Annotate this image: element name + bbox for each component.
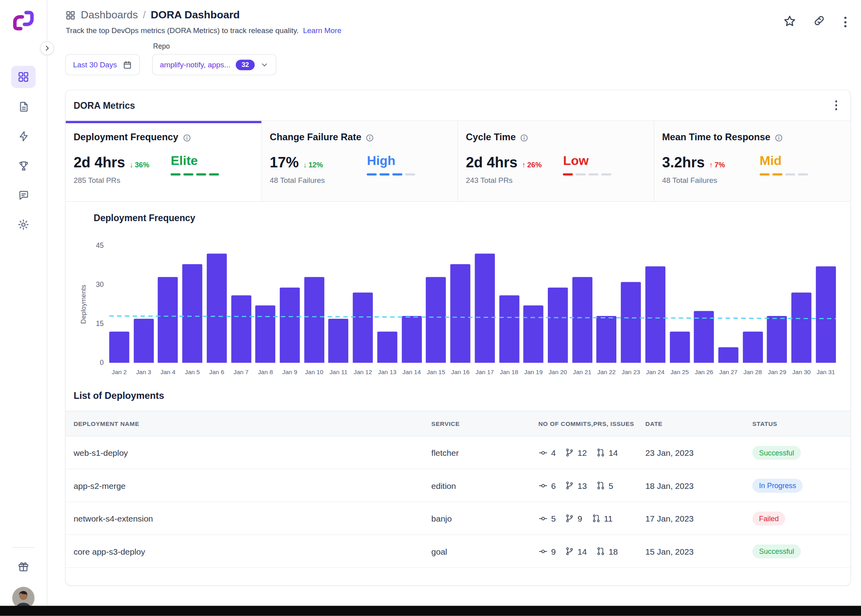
- deployments-body: web-s1-deploy fletcher 4 12 14 23 Jan, 2…: [66, 436, 850, 568]
- metric-delta: ↑26%: [522, 161, 542, 169]
- tab-change-failure-rate[interactable]: Change Failure Rate 17% ↓12% 48 Total Fa…: [262, 121, 458, 201]
- bar-jan-9[interactable]: [280, 288, 300, 363]
- info-icon[interactable]: [366, 133, 374, 142]
- rating-meter: [563, 173, 612, 176]
- bar-jan-8[interactable]: [255, 305, 275, 363]
- bar-jan-23[interactable]: [621, 282, 641, 363]
- x-axis-tick-label: Jan 24: [645, 369, 665, 375]
- bar-jan-19[interactable]: [524, 305, 543, 363]
- bar-jan-27[interactable]: [718, 347, 738, 363]
- x-axis-tick-label: Jan 4: [158, 369, 178, 375]
- x-axis-tick-label: Jan 12: [353, 369, 373, 375]
- metric-value-text: 2d 4hrs: [74, 154, 125, 171]
- bar-jan-6[interactable]: [207, 253, 227, 363]
- info-icon[interactable]: [183, 133, 191, 142]
- bar-jan-11[interactable]: [328, 319, 348, 363]
- status-badge: Failed: [752, 511, 785, 525]
- bar-jan-22[interactable]: [596, 316, 616, 363]
- repo-select[interactable]: amplify-notify, apps... 32: [152, 54, 277, 75]
- bar-jan-15[interactable]: [426, 277, 446, 363]
- rating-label: Low: [563, 154, 612, 168]
- chart-title: Deployment Frequency: [94, 213, 850, 224]
- card-more-menu-icon[interactable]: [833, 98, 839, 113]
- page-more-menu-icon[interactable]: [842, 14, 849, 29]
- bar-jan-4[interactable]: [158, 277, 178, 363]
- col-date: DATE: [645, 420, 753, 427]
- commits-count: 5: [538, 514, 556, 523]
- issues-count: 11: [592, 514, 613, 523]
- bar-jan-20[interactable]: [548, 288, 568, 363]
- tab-deployment-frequency[interactable]: Deployment Frequency 2d 4hrs ↓36% 285 To…: [66, 121, 262, 201]
- bar-jan-21[interactable]: [572, 277, 592, 363]
- deployment-name-cell: web-s1-deploy: [74, 448, 431, 457]
- bar-jan-14[interactable]: [402, 316, 422, 363]
- bar-jan-26[interactable]: [694, 311, 714, 363]
- rating-meter: [759, 173, 808, 176]
- bar-jan-31[interactable]: [816, 267, 836, 363]
- bar-jan-28[interactable]: [743, 332, 763, 363]
- bar-jan-12[interactable]: [353, 292, 373, 363]
- gear-icon: [17, 218, 29, 231]
- table-row[interactable]: app-s2-merge edition 6 13 5 18 Jan, 2023…: [66, 469, 850, 502]
- app-logo[interactable]: [11, 8, 36, 33]
- commits-count: 4: [538, 448, 556, 457]
- dora-dashboard-page: Dashboards / DORA Dashboard Track the to…: [0, 0, 861, 616]
- favorite-star-icon[interactable]: [783, 14, 796, 28]
- bar-jan-13[interactable]: [377, 332, 397, 363]
- main-content: Dashboards / DORA Dashboard Track the to…: [47, 0, 861, 616]
- bar-jan-24[interactable]: [645, 267, 665, 363]
- table-row[interactable]: web-s1-deploy fletcher 4 12 14 23 Jan, 2…: [66, 436, 850, 469]
- chat-icon: [18, 189, 29, 201]
- chevron-down-icon: [260, 61, 269, 69]
- metric-delta: ↑7%: [709, 161, 725, 169]
- bar-jan-29[interactable]: [767, 316, 787, 363]
- status-badge: Successful: [752, 544, 801, 558]
- sidebar-item-dashboards[interactable]: [11, 66, 36, 88]
- breadcrumb-dashboards[interactable]: Dashboards: [81, 9, 138, 21]
- sidebar-expand-button[interactable]: [40, 41, 54, 55]
- x-axis-tick-label: Jan 25: [670, 369, 690, 375]
- bar-jan-16[interactable]: [450, 264, 470, 363]
- gift-icon[interactable]: [17, 560, 29, 575]
- bar-jan-18[interactable]: [499, 295, 519, 363]
- x-axis-tick-label: Jan 14: [402, 369, 422, 375]
- service-cell: goal: [431, 546, 539, 556]
- tab-label: Deployment Frequency: [74, 132, 178, 143]
- repo-selected-value: amplify-notify, apps...: [160, 61, 230, 69]
- share-link-icon[interactable]: [813, 14, 826, 27]
- x-axis-tick-label: Jan 11: [328, 369, 348, 375]
- subtitle-text: Track the top DevOps metrics (DORA Metri…: [66, 26, 298, 35]
- learn-more-link[interactable]: Learn More: [303, 26, 341, 35]
- deployment-name-cell: app-s2-merge: [74, 481, 431, 490]
- tab-title: Cycle Time: [466, 132, 646, 143]
- bar-jan-30[interactable]: [791, 292, 811, 363]
- metric-delta: ↓36%: [129, 161, 149, 169]
- bar-jan-3[interactable]: [133, 319, 153, 363]
- x-axis-tick-label: Jan 5: [182, 369, 202, 375]
- date-range-button[interactable]: Last 30 Days: [65, 54, 140, 75]
- tab-label: Cycle Time: [466, 132, 516, 143]
- x-axis-tick-label: Jan 23: [621, 369, 641, 375]
- tab-cycle-time[interactable]: Cycle Time 2d 4hrs ↑26% 243 Total PRs: [458, 121, 654, 201]
- tab-mean-time-to-response[interactable]: Mean Time to Response 3.2hrs ↑7% 48 Tota…: [654, 121, 850, 201]
- sidebar-item-achievements[interactable]: [11, 154, 36, 177]
- info-icon[interactable]: [520, 133, 529, 142]
- rating-label: Elite: [171, 154, 220, 168]
- x-axis-tick-label: Jan 17: [475, 369, 494, 375]
- info-icon[interactable]: [775, 133, 783, 142]
- bar-jan-25[interactable]: [670, 332, 690, 363]
- sidebar-item-settings[interactable]: [11, 214, 36, 236]
- bar-jan-2[interactable]: [109, 332, 129, 363]
- x-axis-tick-label: Jan 26: [694, 369, 714, 375]
- dora-metrics-card: DORA Metrics Deployment Frequency 2d 4hr…: [65, 90, 851, 586]
- sidebar-item-feedback[interactable]: [11, 184, 36, 206]
- bar-jan-7[interactable]: [231, 295, 251, 363]
- bar-jan-5[interactable]: [182, 264, 202, 363]
- sidebar-item-automations[interactable]: [11, 125, 36, 147]
- bar-jan-17[interactable]: [475, 253, 494, 363]
- bar-jan-10[interactable]: [304, 277, 324, 363]
- table-row[interactable]: network-s4-extension banjo 5 9 11 17 Jan…: [66, 502, 850, 535]
- table-row[interactable]: core app-s3-deploy goal 9 14 18 15 Jan, …: [66, 535, 850, 568]
- sidebar-item-reports[interactable]: [11, 95, 36, 118]
- table-header-row: DEPLOYMENT NAME SERVICE NO OF COMMITS,PR…: [66, 411, 850, 436]
